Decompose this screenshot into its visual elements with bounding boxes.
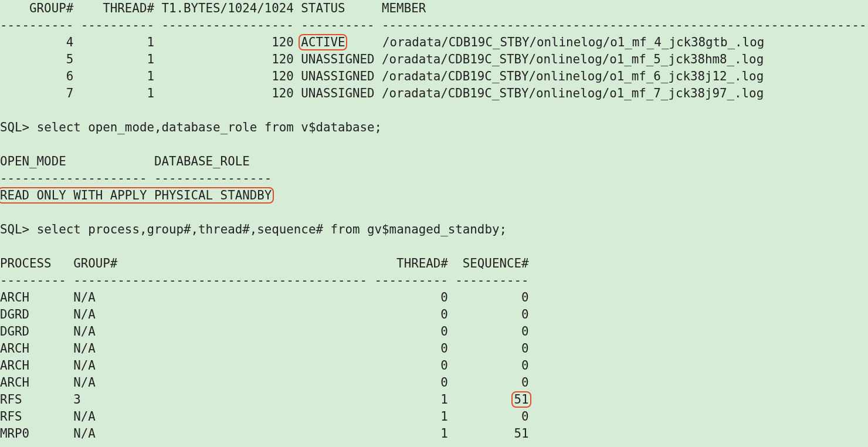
logfile-divider: ---------- ---------- ------------------… — [0, 18, 868, 32]
logfile-row: 7 1 120 UNASSIGNED /oradata/CDB19C_STBY/… — [0, 86, 764, 100]
logfile-status-highlight: ACTIVE — [299, 34, 347, 50]
standby-row: DGRD N/A 0 0 — [0, 307, 529, 321]
dbrole-divider: -------------------- ---------------- — [0, 171, 272, 185]
sql-query-database-role: select open_mode,database_role from v$da… — [37, 120, 382, 134]
logfile-row: 4 1 120 ACTIVE /oradata/CDB19C_STBY/onli… — [0, 35, 764, 49]
standby-row: MRP0 N/A 1 51 — [0, 426, 529, 441]
standby-row: RFS 3 1 51 — [0, 392, 530, 407]
standby-header: PROCESS GROUP# THREAD# SEQUENCE# — [0, 256, 529, 270]
terminal-output: GROUP# THREAD# T1.BYTES/1024/1024 STATUS… — [0, 0, 868, 442]
dbrole-header: OPEN_MODE DATABASE_ROLE — [0, 154, 250, 168]
standby-row: RFS N/A 1 0 — [0, 409, 529, 424]
sql-query-managed-standby: select process,group#,thread#,sequence# … — [37, 222, 507, 236]
standby-row: ARCH N/A 0 0 — [0, 375, 529, 390]
sql-prompt: SQL> — [0, 120, 29, 134]
logfile-row: 5 1 120 UNASSIGNED /oradata/CDB19C_STBY/… — [0, 52, 764, 66]
standby-divider: --------- ------------------------------… — [0, 273, 529, 287]
standby-seq-highlight: 51 — [511, 391, 531, 408]
standby-row: ARCH N/A 0 0 — [0, 341, 529, 355]
standby-row: DGRD N/A 0 0 — [0, 324, 529, 338]
logfile-header: GROUP# THREAD# T1.BYTES/1024/1024 STATUS… — [0, 1, 426, 15]
sql-prompt: SQL> — [0, 222, 29, 236]
dbrole-value-highlight: READ ONLY WITH APPLY PHYSICAL STANDBY — [0, 187, 274, 204]
standby-row: ARCH N/A 0 0 — [0, 290, 529, 304]
standby-row: ARCH N/A 0 0 — [0, 358, 529, 372]
logfile-row: 6 1 120 UNASSIGNED /oradata/CDB19C_STBY/… — [0, 69, 764, 83]
